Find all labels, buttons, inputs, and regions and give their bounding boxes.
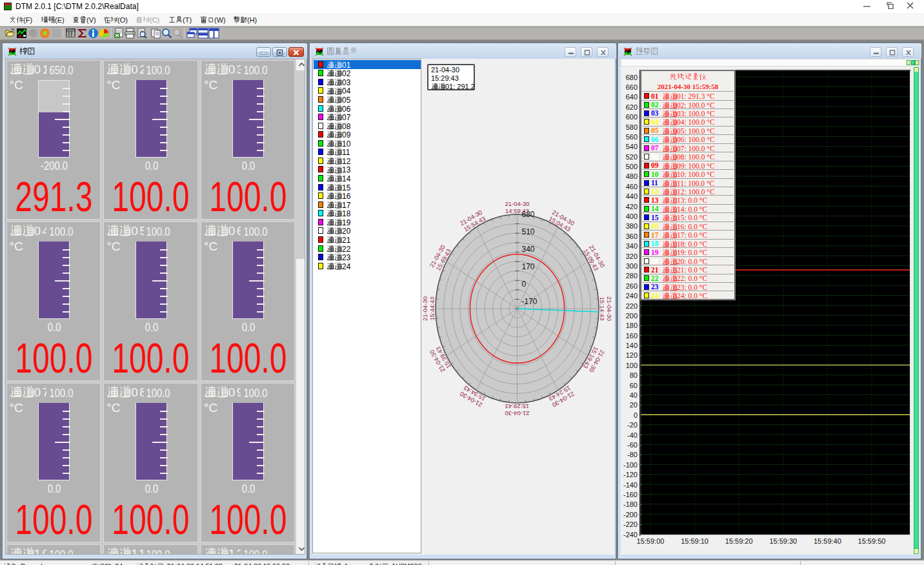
svg-text:15:14:43: 15:14:43 (599, 297, 606, 321)
svg-text:21-04-30: 21-04-30 (505, 410, 529, 417)
svg-text:170: 170 (522, 262, 535, 271)
svg-text:21-04-30: 21-04-30 (505, 200, 529, 207)
svg-text:21-04-30: 21-04-30 (421, 296, 428, 321)
svg-text:14:59:43: 14:59:43 (505, 207, 529, 214)
svg-text:15:44:43: 15:44:43 (428, 297, 436, 321)
svg-text:15:29:43: 15:29:43 (505, 403, 529, 410)
svg-text:21-04-30: 21-04-30 (606, 296, 613, 321)
svg-text:-170: -170 (522, 297, 537, 306)
svg-text:0: 0 (522, 280, 527, 289)
svg-text:340: 340 (522, 245, 535, 254)
svg-text:510: 510 (522, 227, 535, 236)
